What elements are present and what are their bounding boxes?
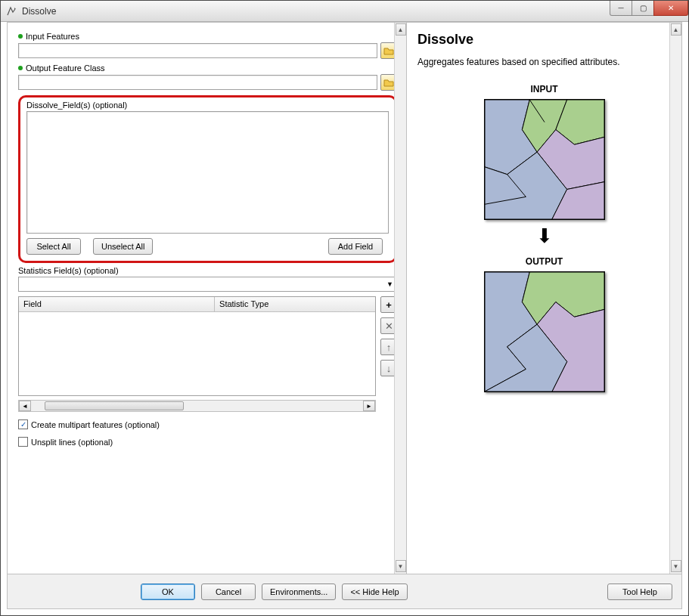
- panes: Input Features Output Feature Class: [8, 23, 681, 574]
- unsplit-checkbox-row: Unsplit lines (optional): [18, 437, 397, 447]
- right-scrollbar[interactable]: ▲ ▼: [669, 23, 681, 574]
- statistics-hscroll[interactable]: ◄ ►: [18, 400, 376, 412]
- required-dot-icon: [18, 34, 23, 39]
- output-feature-class-row: [18, 74, 397, 91]
- help-title: Dissolve: [417, 32, 671, 48]
- titlebar[interactable]: Dissolve ─ ▢ ✕: [1, 1, 688, 22]
- hide-help-button[interactable]: << Hide Help: [342, 583, 407, 600]
- dissolve-fields-text: Dissolve_Field(s) (optional): [26, 101, 127, 110]
- input-features-text: Input Features: [26, 32, 79, 41]
- dissolve-fields-buttons: Select All Unselect All Add Field: [26, 238, 389, 255]
- input-features-input[interactable]: [18, 43, 377, 58]
- unsplit-checkbox[interactable]: [18, 437, 28, 447]
- unselect-all-button[interactable]: Unselect All: [93, 238, 153, 255]
- input-features-row: [18, 42, 397, 59]
- dissolve-fields-highlight: Dissolve_Field(s) (optional) Select All …: [18, 95, 397, 263]
- maximize-button[interactable]: ▢: [632, 1, 654, 16]
- minimize-button[interactable]: ─: [610, 1, 632, 16]
- help-pane: Dissolve Aggregates features based on sp…: [407, 23, 681, 574]
- output-map-icon: [484, 271, 605, 392]
- arrow-down-icon: ⬇: [536, 226, 553, 246]
- statistics-fields-text: Statistics Field(s) (optional): [18, 266, 119, 275]
- hscroll-track[interactable]: [31, 401, 363, 411]
- scroll-right-icon[interactable]: ►: [363, 401, 375, 411]
- multipart-checkbox[interactable]: ✓: [18, 419, 28, 429]
- environments-button[interactable]: Environments...: [262, 583, 336, 600]
- scroll-up-icon[interactable]: ▲: [671, 23, 681, 36]
- cancel-button[interactable]: Cancel: [201, 583, 256, 600]
- button-bar: OK Cancel Environments... << Hide Help T…: [8, 574, 681, 608]
- statistics-fields-label: Statistics Field(s) (optional): [18, 266, 397, 275]
- folder-open-icon: [383, 77, 394, 88]
- diagram-input-label: INPUT: [531, 84, 558, 94]
- window-buttons: ─ ▢ ✕: [610, 1, 688, 21]
- col-field-header[interactable]: Field: [19, 297, 215, 311]
- required-dot-icon: [18, 66, 23, 70]
- unsplit-label: Unsplit lines (optional): [31, 438, 113, 447]
- dissolve-fields-label: Dissolve_Field(s) (optional): [26, 101, 389, 110]
- output-feature-class-input[interactable]: [18, 75, 377, 90]
- multipart-label: Create multipart features (optional): [31, 420, 160, 429]
- client-area: Input Features Output Feature Class: [7, 22, 682, 609]
- dissolve-fields-list[interactable]: [26, 111, 389, 234]
- statistics-fields-dropdown[interactable]: ▼: [18, 277, 397, 292]
- statistics-area: Field Statistic Type + ✕ ↑ ↓: [18, 296, 397, 396]
- ok-button[interactable]: OK: [141, 583, 195, 600]
- scroll-down-icon[interactable]: ▼: [396, 560, 406, 572]
- statistics-table-body[interactable]: [19, 312, 375, 395]
- chevron-down-icon: ▼: [386, 280, 393, 288]
- dialog-window: Dissolve ─ ▢ ✕ Input Features: [0, 0, 689, 616]
- select-all-button[interactable]: Select All: [26, 238, 81, 255]
- scroll-down-icon[interactable]: ▼: [671, 560, 681, 572]
- output-feature-class-label: Output Feature Class: [18, 63, 397, 73]
- scroll-up-icon[interactable]: ▲: [396, 23, 406, 36]
- input-map-icon: [484, 99, 605, 220]
- window-title: Dissolve: [22, 6, 610, 17]
- add-field-button[interactable]: Add Field: [328, 238, 383, 255]
- left-scrollbar[interactable]: ▲ ▼: [394, 23, 406, 574]
- statistics-table[interactable]: Field Statistic Type: [18, 296, 376, 396]
- statistics-table-header: Field Statistic Type: [19, 297, 375, 312]
- multipart-checkbox-row: ✓ Create multipart features (optional): [18, 419, 397, 429]
- output-feature-class-text: Output Feature Class: [26, 63, 105, 73]
- app-icon: [5, 5, 17, 17]
- input-features-label: Input Features: [18, 32, 397, 41]
- help-description: Aggregates features based on specified a…: [417, 57, 671, 67]
- parameters-pane: Input Features Output Feature Class: [8, 23, 407, 574]
- help-diagram: INPUT ⬇ OUTPUT: [417, 79, 671, 392]
- col-stat-header[interactable]: Statistic Type: [215, 297, 375, 311]
- scroll-left-icon[interactable]: ◄: [19, 401, 31, 411]
- diagram-output-label: OUTPUT: [526, 256, 563, 267]
- hscroll-thumb[interactable]: [45, 401, 184, 410]
- tool-help-button[interactable]: Tool Help: [607, 583, 672, 600]
- folder-open-icon: [383, 45, 394, 56]
- close-button[interactable]: ✕: [653, 1, 688, 16]
